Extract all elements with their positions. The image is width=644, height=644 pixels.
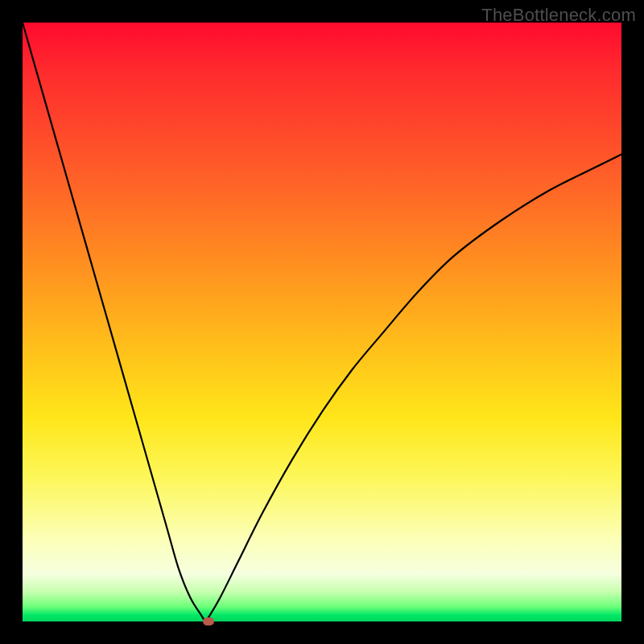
chart-frame: TheBottleneck.com [0,0,644,644]
bottleneck-curve [23,23,621,621]
watermark-text: TheBottleneck.com [481,5,636,26]
optimum-marker [203,617,214,625]
chart-plot-area [23,23,621,621]
curve-path [23,23,621,621]
